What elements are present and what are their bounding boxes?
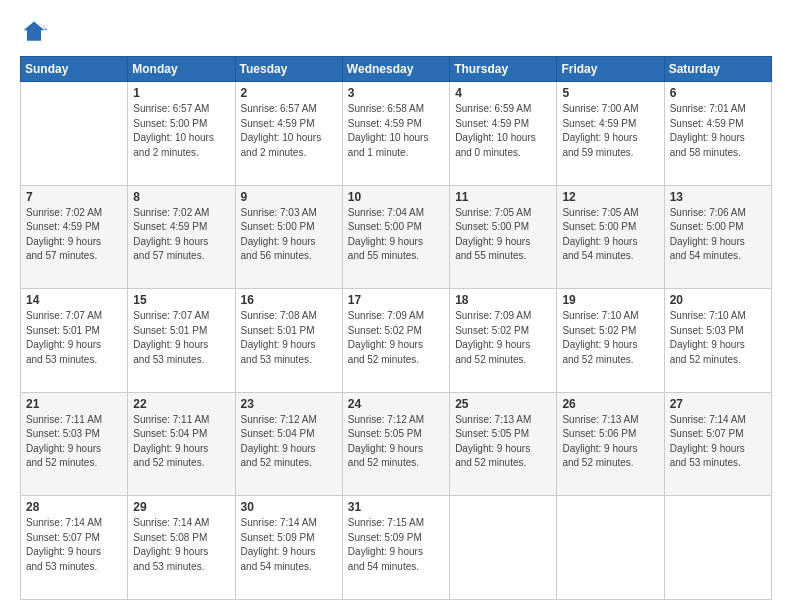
day-cell-15: 15Sunrise: 7:07 AM Sunset: 5:01 PM Dayli…	[128, 289, 235, 393]
day-cell-10: 10Sunrise: 7:04 AM Sunset: 5:00 PM Dayli…	[342, 185, 449, 289]
day-cell-26: 26Sunrise: 7:13 AM Sunset: 5:06 PM Dayli…	[557, 392, 664, 496]
day-info: Sunrise: 7:06 AM Sunset: 5:00 PM Dayligh…	[670, 206, 766, 264]
day-info: Sunrise: 7:03 AM Sunset: 5:00 PM Dayligh…	[241, 206, 337, 264]
day-cell-16: 16Sunrise: 7:08 AM Sunset: 5:01 PM Dayli…	[235, 289, 342, 393]
day-info: Sunrise: 7:13 AM Sunset: 5:05 PM Dayligh…	[455, 413, 551, 471]
day-info: Sunrise: 7:14 AM Sunset: 5:07 PM Dayligh…	[26, 516, 122, 574]
day-info: Sunrise: 7:14 AM Sunset: 5:09 PM Dayligh…	[241, 516, 337, 574]
day-cell-24: 24Sunrise: 7:12 AM Sunset: 5:05 PM Dayli…	[342, 392, 449, 496]
day-info: Sunrise: 7:15 AM Sunset: 5:09 PM Dayligh…	[348, 516, 444, 574]
weekday-header-tuesday: Tuesday	[235, 57, 342, 82]
day-info: Sunrise: 7:11 AM Sunset: 5:04 PM Dayligh…	[133, 413, 229, 471]
day-number: 10	[348, 190, 444, 204]
day-info: Sunrise: 7:02 AM Sunset: 4:59 PM Dayligh…	[26, 206, 122, 264]
day-info: Sunrise: 7:02 AM Sunset: 4:59 PM Dayligh…	[133, 206, 229, 264]
day-number: 23	[241, 397, 337, 411]
day-number: 16	[241, 293, 337, 307]
weekday-header-sunday: Sunday	[21, 57, 128, 82]
day-number: 29	[133, 500, 229, 514]
day-cell-27: 27Sunrise: 7:14 AM Sunset: 5:07 PM Dayli…	[664, 392, 771, 496]
header	[20, 18, 772, 46]
weekday-header-monday: Monday	[128, 57, 235, 82]
day-number: 3	[348, 86, 444, 100]
empty-cell	[450, 496, 557, 600]
week-row-1: 1Sunrise: 6:57 AM Sunset: 5:00 PM Daylig…	[21, 82, 772, 186]
day-number: 19	[562, 293, 658, 307]
day-cell-4: 4Sunrise: 6:59 AM Sunset: 4:59 PM Daylig…	[450, 82, 557, 186]
day-cell-31: 31Sunrise: 7:15 AM Sunset: 5:09 PM Dayli…	[342, 496, 449, 600]
day-number: 27	[670, 397, 766, 411]
day-info: Sunrise: 7:12 AM Sunset: 5:05 PM Dayligh…	[348, 413, 444, 471]
day-cell-22: 22Sunrise: 7:11 AM Sunset: 5:04 PM Dayli…	[128, 392, 235, 496]
calendar-table: SundayMondayTuesdayWednesdayThursdayFrid…	[20, 56, 772, 600]
day-cell-20: 20Sunrise: 7:10 AM Sunset: 5:03 PM Dayli…	[664, 289, 771, 393]
weekday-header-row: SundayMondayTuesdayWednesdayThursdayFrid…	[21, 57, 772, 82]
day-info: Sunrise: 6:57 AM Sunset: 4:59 PM Dayligh…	[241, 102, 337, 160]
day-number: 22	[133, 397, 229, 411]
day-cell-17: 17Sunrise: 7:09 AM Sunset: 5:02 PM Dayli…	[342, 289, 449, 393]
day-number: 12	[562, 190, 658, 204]
day-cell-9: 9Sunrise: 7:03 AM Sunset: 5:00 PM Daylig…	[235, 185, 342, 289]
day-info: Sunrise: 7:12 AM Sunset: 5:04 PM Dayligh…	[241, 413, 337, 471]
day-info: Sunrise: 6:59 AM Sunset: 4:59 PM Dayligh…	[455, 102, 551, 160]
day-number: 20	[670, 293, 766, 307]
day-number: 6	[670, 86, 766, 100]
day-cell-19: 19Sunrise: 7:10 AM Sunset: 5:02 PM Dayli…	[557, 289, 664, 393]
day-info: Sunrise: 7:05 AM Sunset: 5:00 PM Dayligh…	[455, 206, 551, 264]
day-number: 5	[562, 86, 658, 100]
day-number: 21	[26, 397, 122, 411]
day-cell-12: 12Sunrise: 7:05 AM Sunset: 5:00 PM Dayli…	[557, 185, 664, 289]
day-info: Sunrise: 7:11 AM Sunset: 5:03 PM Dayligh…	[26, 413, 122, 471]
day-info: Sunrise: 6:57 AM Sunset: 5:00 PM Dayligh…	[133, 102, 229, 160]
day-number: 11	[455, 190, 551, 204]
week-row-2: 7Sunrise: 7:02 AM Sunset: 4:59 PM Daylig…	[21, 185, 772, 289]
day-info: Sunrise: 7:05 AM Sunset: 5:00 PM Dayligh…	[562, 206, 658, 264]
day-cell-25: 25Sunrise: 7:13 AM Sunset: 5:05 PM Dayli…	[450, 392, 557, 496]
day-number: 8	[133, 190, 229, 204]
day-number: 30	[241, 500, 337, 514]
day-info: Sunrise: 7:07 AM Sunset: 5:01 PM Dayligh…	[26, 309, 122, 367]
day-cell-21: 21Sunrise: 7:11 AM Sunset: 5:03 PM Dayli…	[21, 392, 128, 496]
day-cell-2: 2Sunrise: 6:57 AM Sunset: 4:59 PM Daylig…	[235, 82, 342, 186]
day-cell-8: 8Sunrise: 7:02 AM Sunset: 4:59 PM Daylig…	[128, 185, 235, 289]
logo-icon	[20, 18, 48, 46]
day-info: Sunrise: 7:09 AM Sunset: 5:02 PM Dayligh…	[455, 309, 551, 367]
day-info: Sunrise: 7:14 AM Sunset: 5:08 PM Dayligh…	[133, 516, 229, 574]
day-info: Sunrise: 7:14 AM Sunset: 5:07 PM Dayligh…	[670, 413, 766, 471]
day-info: Sunrise: 7:04 AM Sunset: 5:00 PM Dayligh…	[348, 206, 444, 264]
day-number: 15	[133, 293, 229, 307]
week-row-3: 14Sunrise: 7:07 AM Sunset: 5:01 PM Dayli…	[21, 289, 772, 393]
day-cell-14: 14Sunrise: 7:07 AM Sunset: 5:01 PM Dayli…	[21, 289, 128, 393]
day-info: Sunrise: 7:07 AM Sunset: 5:01 PM Dayligh…	[133, 309, 229, 367]
day-cell-18: 18Sunrise: 7:09 AM Sunset: 5:02 PM Dayli…	[450, 289, 557, 393]
day-cell-23: 23Sunrise: 7:12 AM Sunset: 5:04 PM Dayli…	[235, 392, 342, 496]
day-info: Sunrise: 7:00 AM Sunset: 4:59 PM Dayligh…	[562, 102, 658, 160]
weekday-header-saturday: Saturday	[664, 57, 771, 82]
day-cell-1: 1Sunrise: 6:57 AM Sunset: 5:00 PM Daylig…	[128, 82, 235, 186]
day-number: 24	[348, 397, 444, 411]
logo	[20, 18, 52, 46]
page: SundayMondayTuesdayWednesdayThursdayFrid…	[0, 0, 792, 612]
day-cell-13: 13Sunrise: 7:06 AM Sunset: 5:00 PM Dayli…	[664, 185, 771, 289]
day-info: Sunrise: 7:10 AM Sunset: 5:02 PM Dayligh…	[562, 309, 658, 367]
day-number: 1	[133, 86, 229, 100]
day-cell-29: 29Sunrise: 7:14 AM Sunset: 5:08 PM Dayli…	[128, 496, 235, 600]
day-info: Sunrise: 7:09 AM Sunset: 5:02 PM Dayligh…	[348, 309, 444, 367]
day-cell-28: 28Sunrise: 7:14 AM Sunset: 5:07 PM Dayli…	[21, 496, 128, 600]
empty-cell	[557, 496, 664, 600]
day-cell-5: 5Sunrise: 7:00 AM Sunset: 4:59 PM Daylig…	[557, 82, 664, 186]
week-row-5: 28Sunrise: 7:14 AM Sunset: 5:07 PM Dayli…	[21, 496, 772, 600]
day-number: 31	[348, 500, 444, 514]
day-info: Sunrise: 7:08 AM Sunset: 5:01 PM Dayligh…	[241, 309, 337, 367]
day-cell-7: 7Sunrise: 7:02 AM Sunset: 4:59 PM Daylig…	[21, 185, 128, 289]
day-cell-11: 11Sunrise: 7:05 AM Sunset: 5:00 PM Dayli…	[450, 185, 557, 289]
day-number: 25	[455, 397, 551, 411]
day-info: Sunrise: 6:58 AM Sunset: 4:59 PM Dayligh…	[348, 102, 444, 160]
day-number: 9	[241, 190, 337, 204]
day-cell-30: 30Sunrise: 7:14 AM Sunset: 5:09 PM Dayli…	[235, 496, 342, 600]
weekday-header-thursday: Thursday	[450, 57, 557, 82]
week-row-4: 21Sunrise: 7:11 AM Sunset: 5:03 PM Dayli…	[21, 392, 772, 496]
weekday-header-wednesday: Wednesday	[342, 57, 449, 82]
weekday-header-friday: Friday	[557, 57, 664, 82]
day-number: 26	[562, 397, 658, 411]
